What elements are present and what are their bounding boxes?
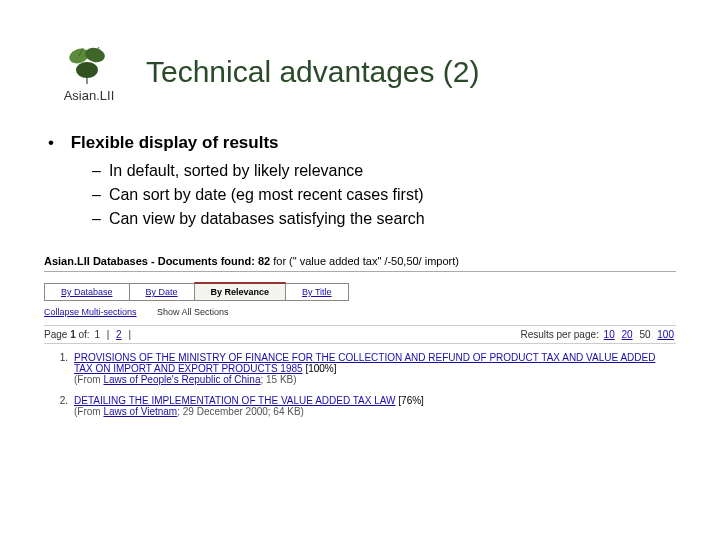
result-title-link[interactable]: PROVISIONS OF THE MINISTRY OF FINANCE FO… — [74, 352, 655, 374]
tab-by-title[interactable]: By Title — [285, 283, 349, 301]
result-source: (From Laws of People's Republic of China… — [74, 374, 297, 385]
result-source: (From Laws of Vietnam; 29 December 2000;… — [74, 406, 304, 417]
sub-bullet: Can sort by date (eg most recent cases f… — [92, 183, 672, 207]
tab-by-relevance[interactable]: By Relevance — [194, 282, 287, 301]
rpp-50: 50 — [639, 329, 650, 340]
section-toggle-row: Collapse Multi-sections Show All Section… — [44, 307, 676, 317]
results-header: Asian.LII Databases - Documents found: 8… — [44, 253, 676, 272]
result-list: 1. PROVISIONS OF THE MINISTRY OF FINANCE… — [44, 352, 676, 417]
page-current: 1 — [94, 329, 100, 340]
results-panel: Asian.LII Databases - Documents found: 8… — [0, 253, 720, 417]
sub-bullet: In default, sorted by likely relevance — [92, 159, 672, 183]
slide-content: Flexible display of results In default, … — [48, 133, 672, 231]
rpp-100[interactable]: 100 — [657, 329, 674, 340]
result-number: 1. — [44, 352, 68, 385]
logo: Asian.LII — [48, 40, 130, 103]
slide-title: Technical advantages (2) — [146, 55, 480, 89]
tab-by-database[interactable]: By Database — [44, 283, 130, 301]
page-indicator: Page 1 of: 1 | 2 | — [44, 329, 133, 340]
result-source-link[interactable]: Laws of Vietnam — [103, 406, 177, 417]
rpp-10[interactable]: 10 — [604, 329, 615, 340]
result-title-link[interactable]: DETAILING THE IMPLEMENTATION OF THE VALU… — [74, 395, 396, 406]
result-item: 2. DETAILING THE IMPLEMENTATION OF THE V… — [44, 395, 676, 417]
logo-graphic-icon — [59, 40, 119, 86]
page-link-2[interactable]: 2 — [116, 329, 122, 340]
sort-tabs: By Database By Date By Relevance By Titl… — [44, 282, 676, 301]
sub-bullet: Can view by databases satisfying the sea… — [92, 207, 672, 231]
logo-text: Asian.LII — [64, 88, 115, 103]
show-all-sections: Show All Sections — [157, 307, 229, 317]
result-number: 2. — [44, 395, 68, 417]
collapse-multi-sections-link[interactable]: Collapse Multi-sections — [44, 307, 137, 317]
result-relevance: [100%] — [305, 363, 336, 374]
result-item: 1. PROVISIONS OF THE MINISTRY OF FINANCE… — [44, 352, 676, 385]
pager-row: Page 1 of: 1 | 2 | Results per page: 10 … — [44, 325, 676, 344]
result-source-link[interactable]: Laws of People's Republic of China — [103, 374, 260, 385]
rpp-20[interactable]: 20 — [622, 329, 633, 340]
bullet-main: Flexible display of results — [71, 133, 279, 152]
results-per-page: Results per page: 10 20 50 100 — [520, 329, 676, 340]
result-relevance: [76%] — [398, 395, 424, 406]
tab-by-date[interactable]: By Date — [129, 283, 195, 301]
